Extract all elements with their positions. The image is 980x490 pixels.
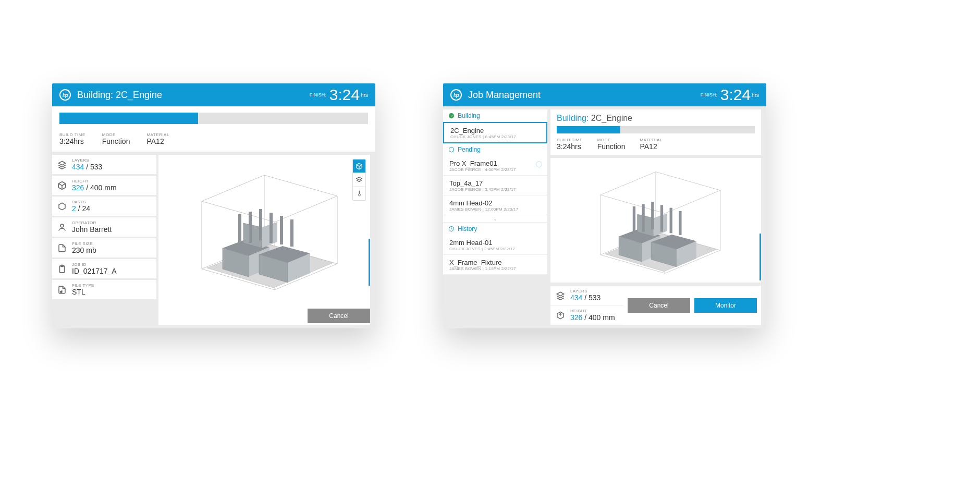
monitor-button[interactable]: Monitor xyxy=(694,298,757,313)
job-name: 4mm Head-02 xyxy=(449,199,542,207)
progress-area xyxy=(52,106,375,129)
file-icon xyxy=(57,243,67,253)
view-temp-tool[interactable] xyxy=(353,187,365,200)
jobid-value: ID_021717_A xyxy=(72,267,117,275)
section-building: Building xyxy=(443,109,547,122)
summary-row: BUILD TIME 3:24hrs MODE Function MATERIA… xyxy=(52,129,375,152)
header-title: Building: 2C_Engine xyxy=(77,90,162,101)
job-name: X_Frame_Fixture xyxy=(449,259,542,266)
job-card-history[interactable]: X_Frame_Fixture JAMES BOWEN | 1:15PM 2/2… xyxy=(443,255,547,275)
expand-more[interactable]: ⌄ xyxy=(443,215,547,223)
building-panel: hp Building: 2C_Engine FINISH: 3:24 hrs … xyxy=(52,83,375,328)
cube-outline-icon xyxy=(448,146,455,153)
finish-value: 3:24 xyxy=(329,86,360,104)
layers-done: 434 xyxy=(570,293,582,302)
svg-rect-26 xyxy=(249,212,252,243)
filetype-icon: stl xyxy=(57,285,67,295)
user-icon xyxy=(57,223,67,232)
svg-line-44 xyxy=(601,172,656,195)
hp-logo-icon: hp xyxy=(450,89,462,101)
cancel-button[interactable]: Cancel xyxy=(628,298,690,313)
layers-label: LAYERS xyxy=(72,158,102,163)
mode-value: Function xyxy=(102,137,130,145)
progress-bar-fill xyxy=(557,126,620,133)
header-bar: hp Job Management FINISH: 3:24 hrs xyxy=(443,83,766,106)
progress-bar xyxy=(557,126,755,133)
job-card-pending[interactable]: Top_4a_17 JACOB PIERCE | 3:45PM 2/23/17 xyxy=(443,176,547,195)
header-title-job: 2C_Engine xyxy=(116,90,162,100)
job-name: 2C_Engine xyxy=(450,127,541,134)
height-indicator xyxy=(369,239,370,286)
parts-icon xyxy=(57,202,67,211)
finish-unit: hrs xyxy=(752,92,759,98)
header-title-prefix: Building: xyxy=(77,90,113,100)
mode-label: MODE xyxy=(597,138,626,142)
job-card-pending[interactable]: 4mm Head-02 JAMES BOWEN | 12:00PM 2/23/1… xyxy=(443,195,547,215)
stat-layers: LAYERS 434 / 533 xyxy=(52,155,156,174)
filetype-value: STL xyxy=(72,288,94,296)
job-meta: JACOB PIERCE | 4:00PM 2/23/17 xyxy=(449,167,542,172)
filesize-value: 230 mb xyxy=(72,246,96,254)
stat-height: HEIGHT 326 / 400 mm xyxy=(52,176,156,195)
height-done: 326 xyxy=(570,313,582,322)
progress-bar-fill xyxy=(59,113,198,124)
height-indicator xyxy=(760,234,761,280)
detail-title: Building: 2C_Engine xyxy=(557,114,755,123)
job-management-panel: hp Job Management FINISH: 3:24 hrs Build… xyxy=(443,83,766,328)
finish-unit: hrs xyxy=(361,92,368,98)
stat-layers: LAYERS 434 / 533 xyxy=(550,286,623,305)
view-cube-tool[interactable] xyxy=(353,160,365,173)
header-title: Job Management xyxy=(468,90,541,101)
view-layers-tool[interactable] xyxy=(353,173,365,187)
svg-line-15 xyxy=(202,175,264,201)
stat-parts: PARTS 2 / 24 xyxy=(52,197,156,216)
material-label: MATERIAL xyxy=(640,138,662,142)
operator-label: OPERATOR xyxy=(72,220,112,225)
header-bar: hp Building: 2C_Engine FINISH: 3:24 hrs xyxy=(52,83,375,106)
svg-rect-57 xyxy=(660,205,663,232)
material-value: PA12 xyxy=(640,142,662,151)
svg-rect-59 xyxy=(679,211,681,235)
build-time-label: BUILD TIME xyxy=(59,132,85,137)
status-badge-icon xyxy=(536,161,542,167)
stat-operator: OPERATOR John Barrett xyxy=(52,217,156,237)
viewport[interactable] xyxy=(550,158,761,283)
job-list: Building 2C_Engine CHUCK JONES | 6:45PM … xyxy=(443,106,547,328)
height-label: HEIGHT xyxy=(72,179,117,183)
detail-title-job: 2C_Engine xyxy=(591,114,632,123)
stat-height: HEIGHT 326 / 400 mm xyxy=(550,305,623,325)
svg-rect-25 xyxy=(238,214,241,243)
svg-rect-29 xyxy=(280,216,283,244)
height-label: HEIGHT xyxy=(570,309,615,313)
job-card-history[interactable]: 2mm Head-01 CHUCK JONES | 2:45PM 2/22/17 xyxy=(443,235,547,255)
section-history: History xyxy=(443,223,547,235)
job-meta: JAMES BOWEN | 12:00PM 2/23/17 xyxy=(449,207,542,212)
build-3d-preview xyxy=(170,165,358,300)
svg-line-13 xyxy=(275,196,337,222)
layers-label: LAYERS xyxy=(570,289,601,293)
height-done: 326 xyxy=(72,183,84,192)
job-name: Pro X_Frame01 xyxy=(449,160,542,167)
filetype-label: FILE TYPE xyxy=(72,283,94,288)
cancel-button[interactable]: Cancel xyxy=(308,309,370,323)
height-total: / 400 mm xyxy=(582,313,615,322)
section-pending: Pending xyxy=(443,143,547,156)
parts-total: / 24 xyxy=(76,204,90,213)
jobid-label: JOB ID xyxy=(72,262,117,267)
svg-point-31 xyxy=(449,113,454,118)
job-meta: CHUCK JONES | 2:45PM 2/22/17 xyxy=(449,247,542,251)
finish-label: FINISH: xyxy=(701,92,717,97)
job-detail: Building: 2C_Engine BUILD TIME 3:24hrs M… xyxy=(547,106,766,328)
job-card-pending[interactable]: Pro X_Frame01 JACOB PIERCE | 4:00PM 2/23… xyxy=(443,156,547,176)
detail-title-prefix: Building: xyxy=(557,114,589,123)
job-name: 2mm Head-01 xyxy=(449,239,542,247)
svg-line-43 xyxy=(656,172,720,190)
svg-rect-55 xyxy=(642,204,644,232)
hp-logo-icon: hp xyxy=(59,89,71,101)
stat-filesize: FILE SIZE 230 mb xyxy=(52,238,156,258)
job-card-building[interactable]: 2C_Engine CHUCK JONES | 6:45PM 2/23/17 xyxy=(443,122,547,143)
layers-icon xyxy=(556,291,565,300)
viewport[interactable]: Cancel xyxy=(158,155,370,325)
clipboard-icon xyxy=(57,264,67,274)
mode-value: Function xyxy=(597,142,626,151)
